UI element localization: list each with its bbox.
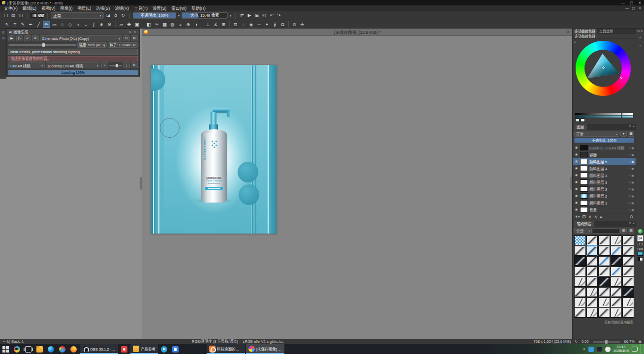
control-menu-button[interactable]: ⋮: [123, 62, 130, 68]
brush-preset[interactable]: [598, 246, 610, 256]
layer-lock-icon[interactable]: ▣: [631, 160, 634, 163]
menu-edit[interactable]: 编辑(E): [20, 5, 39, 11]
blending-mode-select[interactable]: 正常 ▾: [51, 12, 104, 19]
notification-center-icon[interactable]: [632, 347, 638, 352]
preview-button[interactable]: ▷: [16, 35, 23, 41]
taskbar-window-krita[interactable]: [未保存图像] (22...: [246, 344, 284, 354]
foreground-color-swatch[interactable]: [638, 252, 643, 256]
background-color-swatch[interactable]: [638, 257, 643, 261]
polygon-tool[interactable]: ◇: [66, 21, 74, 28]
menu-view[interactable]: 视图(V): [39, 5, 58, 11]
strength-slider-knob[interactable]: [42, 43, 45, 47]
color-selector-cursor[interactable]: [602, 66, 605, 69]
brush-preset[interactable]: [622, 236, 634, 245]
menu-settings[interactable]: 设置(S): [150, 5, 169, 11]
brush-preset[interactable]: [611, 256, 622, 266]
opacity-slider[interactable]: 不透明度: 100%: [133, 12, 176, 19]
red-app-button[interactable]: [119, 344, 130, 354]
grid-view-icon[interactable]: ⊞: [620, 228, 627, 234]
generate-button[interactable]: ▶: [8, 35, 15, 41]
close-docker-icon[interactable]: ✕: [641, 30, 643, 32]
alpha-lock-icon[interactable]: α: [629, 194, 630, 198]
bezier-selection-tool[interactable]: ∮: [271, 21, 278, 28]
layer-visibility-icon[interactable]: ◉: [574, 180, 579, 184]
brush-preset[interactable]: [622, 308, 634, 318]
zoom-slider[interactable]: [593, 341, 620, 343]
size-caret-icon[interactable]: ▾: [229, 14, 232, 17]
preset-search-input[interactable]: [593, 228, 619, 234]
alpha-lock-icon[interactable]: α: [629, 201, 630, 205]
text-tool[interactable]: T: [11, 21, 19, 28]
freehand-brush-tool[interactable]: ✏: [43, 21, 50, 28]
recent-color-swatch[interactable]: [575, 118, 580, 122]
magnetic-selection-tool[interactable]: Ω: [279, 21, 286, 28]
remove-control-button[interactable]: ✕: [131, 62, 138, 68]
brush-preset[interactable]: [574, 297, 586, 307]
minimize-button[interactable]: —: [619, 0, 627, 5]
alpha-lock-icon[interactable]: α: [629, 146, 630, 149]
brush-preset[interactable]: [586, 256, 598, 266]
control-strength-knob[interactable]: [116, 64, 118, 67]
undo-button[interactable]: ↶: [268, 12, 275, 19]
smart-patch-tool[interactable]: ⊕: [184, 21, 192, 28]
brush-preset[interactable]: [574, 287, 586, 297]
brush-preset[interactable]: [574, 308, 586, 318]
layer-row[interactable]: ◉ 颜料图层 1 α ▣: [573, 199, 636, 206]
close-document-icon[interactable]: ✕: [564, 30, 572, 34]
layer-visibility-icon[interactable]: ◉: [574, 194, 579, 198]
saturation-slider[interactable]: [575, 116, 633, 118]
reference-images-tool[interactable]: ⊞: [220, 21, 227, 28]
layer-row[interactable]: ◉ 颜料图层 4 α ▣: [573, 172, 636, 178]
brush-preset[interactable]: [598, 236, 610, 245]
tray-icon-light[interactable]: [605, 347, 611, 352]
layer-row[interactable]: ◉ 背景 α ▣: [573, 206, 636, 213]
brush-preset[interactable]: [598, 277, 610, 287]
layer-blending-mode-select[interactable]: 正常 ▾: [574, 131, 619, 137]
dynamic-brush-tool[interactable]: ∗: [98, 21, 105, 28]
bezier-curve-tool[interactable]: ⌣: [82, 21, 90, 28]
elliptical-selection-tool[interactable]: ◌: [240, 21, 247, 28]
brush-preset[interactable]: [622, 256, 634, 266]
taskbar-window-obs[interactable]: OBS 30.1.2 - 配置...: [80, 344, 118, 354]
scroll-down-icon[interactable]: ▾: [640, 44, 641, 47]
expand-docker-icon[interactable]: ⊞: [2, 36, 5, 40]
fill-tool[interactable]: ◍: [169, 21, 176, 28]
brush-preset[interactable]: [598, 308, 610, 318]
layer-lock-icon[interactable]: ▣: [631, 167, 634, 170]
brush-preset[interactable]: [611, 308, 622, 318]
menu-help[interactable]: 帮助(H): [189, 5, 208, 11]
checker-toggle-icon[interactable]: ▦: [639, 339, 642, 344]
line-tool[interactable]: ╱: [35, 21, 42, 28]
maximize-button[interactable]: ▢: [627, 0, 636, 5]
strength-value[interactable]: 强度: 50% (4/13): [77, 42, 107, 48]
polyline-tool[interactable]: ≈: [74, 21, 82, 28]
rectangular-selection-tool[interactable]: ⊡: [232, 21, 239, 28]
menu-filter[interactable]: 滤镜(R): [112, 5, 131, 11]
brush-preset[interactable]: [611, 266, 622, 276]
freehand-path-tool[interactable]: ∫: [90, 21, 97, 28]
add-layer-caret[interactable]: ▾: [578, 213, 580, 220]
step-down-control[interactable]: ▾0.5: [637, 247, 643, 250]
edit-shapes-tool[interactable]: ✎: [19, 21, 27, 28]
duplicate-layer-button[interactable]: ⊞: [582, 213, 586, 220]
collapse-docker-icon[interactable]: ⊟: [2, 30, 5, 34]
reload-preset-button[interactable]: ↻: [120, 12, 126, 19]
hue-ring-cursor[interactable]: [620, 77, 622, 79]
move-layer-down-button[interactable]: ∨: [588, 213, 592, 220]
gradient-chooser-chip[interactable]: [31, 13, 37, 18]
menu-image[interactable]: 图像(I): [58, 5, 75, 11]
control-layer-select[interactable]: [Control] LineArt 线稿 ▾: [46, 62, 100, 68]
eraser-mode-button[interactable]: ◪: [105, 12, 112, 19]
select-shapes-tool[interactable]: ↖: [3, 21, 11, 28]
mdi-minimize-button[interactable]: —: [624, 5, 630, 11]
layer-visibility-icon[interactable]: ◉: [574, 173, 579, 177]
layer-lock-icon[interactable]: ▣: [631, 174, 634, 177]
close-button[interactable]: ✕: [636, 0, 644, 5]
multibrush-tool[interactable]: ※: [106, 21, 113, 28]
layer-lock-icon[interactable]: ▣: [631, 153, 634, 156]
mirror-view-button[interactable]: ⇄: [239, 12, 245, 19]
pattern-chooser-chip[interactable]: [38, 13, 44, 18]
gradient-tool[interactable]: ◧: [145, 21, 153, 28]
freehand-selection-tool[interactable]: ∽: [255, 21, 263, 28]
canvas-rotation-icon[interactable]: ↻: [575, 339, 578, 344]
